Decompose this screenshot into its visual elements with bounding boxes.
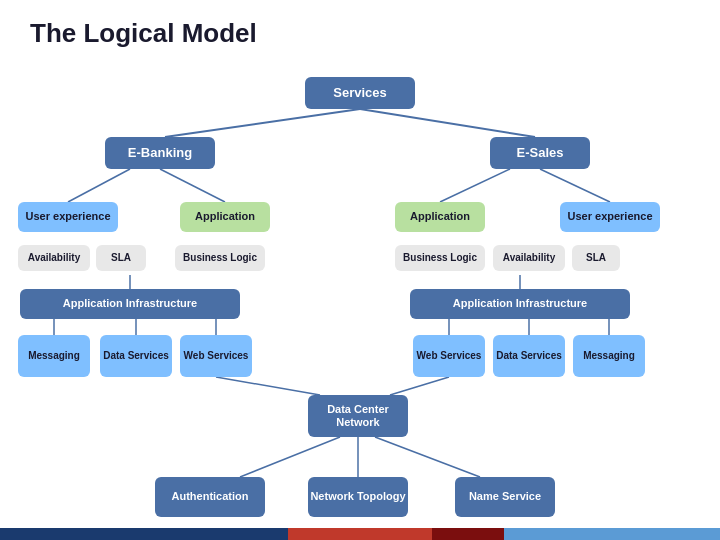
- appinfra-left-box: Application Infrastructure: [20, 289, 240, 319]
- bizlogic-right-box: Business Logic: [395, 245, 485, 271]
- datacenter-box: Data Center Network: [308, 395, 408, 437]
- svg-line-14: [216, 377, 320, 395]
- websvcs-left-box: Web Services: [180, 335, 252, 377]
- auth-box: Authentication: [155, 477, 265, 517]
- svg-line-3: [160, 169, 225, 202]
- avail-right-box: Availability: [493, 245, 565, 271]
- bar-blue: [0, 528, 288, 540]
- svg-line-4: [440, 169, 510, 202]
- svg-line-1: [360, 109, 535, 137]
- userexp-right-box: User experience: [560, 202, 660, 232]
- avail-left-box: Availability: [18, 245, 90, 271]
- svg-line-18: [375, 437, 480, 477]
- esales-box: E-Sales: [490, 137, 590, 169]
- datasvcs-left-box: Data Services: [100, 335, 172, 377]
- websvcs-right-box: Web Services: [413, 335, 485, 377]
- svg-line-16: [240, 437, 340, 477]
- bar-darkred: [432, 528, 504, 540]
- app-left-box: Application: [180, 202, 270, 232]
- sla-right-box: SLA: [572, 245, 620, 271]
- nameservice-box: Name Service: [455, 477, 555, 517]
- appinfra-right-box: Application Infrastructure: [410, 289, 630, 319]
- userexp-left-box: User experience: [18, 202, 118, 232]
- nettopo-box: Network Topology: [308, 477, 408, 517]
- services-box: Services: [305, 77, 415, 109]
- messaging-left-box: Messaging: [18, 335, 90, 377]
- ebanking-box: E-Banking: [105, 137, 215, 169]
- sla-left-box: SLA: [96, 245, 146, 271]
- svg-line-15: [390, 377, 449, 395]
- svg-line-5: [540, 169, 610, 202]
- messaging-right-box: Messaging: [573, 335, 645, 377]
- datasvcs-right-box: Data Services: [493, 335, 565, 377]
- page-title: The Logical Model: [0, 0, 720, 57]
- bizlogic-left-box: Business Logic: [175, 245, 265, 271]
- svg-line-2: [68, 169, 130, 202]
- connector-lines: [0, 57, 720, 517]
- app-right-box: Application: [395, 202, 485, 232]
- svg-line-0: [165, 109, 360, 137]
- diagram-area: Services E-Banking E-Sales User experien…: [0, 57, 720, 517]
- bar-red: [288, 528, 432, 540]
- bar-lightblue: [504, 528, 720, 540]
- bottom-color-bar: [0, 528, 720, 540]
